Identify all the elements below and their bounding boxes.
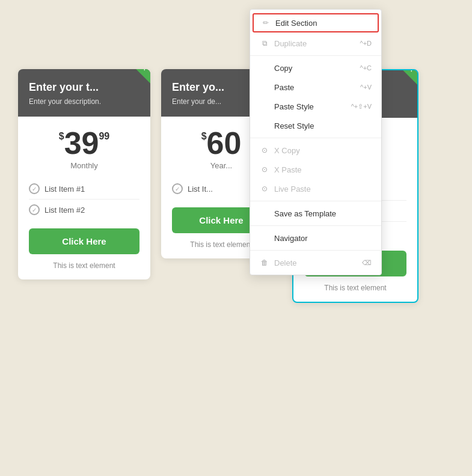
- menu-item-navigator[interactable]: Navigator: [250, 228, 381, 248]
- list-item: ✓ List Item #2: [29, 200, 139, 220]
- divider-5: [250, 250, 381, 251]
- list-item: ✓ List Item #1: [29, 178, 139, 200]
- pencil-icon: ✏: [261, 18, 271, 28]
- x-copy-icon: ⊙: [260, 145, 269, 155]
- navigator-icon: [260, 233, 269, 243]
- delete-label: Delete: [274, 258, 297, 267]
- menu-item-paste[interactable]: Paste ^+V: [250, 78, 381, 97]
- card-1-header: POPULAR Enter your t... Enter your descr…: [18, 69, 150, 117]
- menu-item-edit-section[interactable]: ✏ Edit Section: [253, 13, 379, 32]
- copy-icon: [260, 63, 269, 73]
- paste-icon: [260, 82, 269, 92]
- card-1-cta-button[interactable]: Click Here: [29, 228, 139, 254]
- live-paste-icon: ⊙: [260, 184, 269, 194]
- copy-shortcut: ^+C: [360, 64, 372, 72]
- duplicate-label: Duplicate: [274, 39, 307, 48]
- paste-label: Paste: [274, 83, 294, 92]
- card-1-cents: 99: [99, 131, 109, 142]
- menu-item-copy[interactable]: Copy ^+C: [250, 58, 381, 78]
- pricing-card-1: POPULAR Enter your t... Enter your descr…: [18, 69, 150, 279]
- x-copy-label: X Copy: [274, 146, 300, 155]
- menu-item-duplicate[interactable]: ⧉ Duplicate ^+D: [250, 34, 381, 53]
- divider-2: [250, 138, 381, 138]
- paste-style-icon: [260, 102, 269, 111]
- duplicate-icon: ⧉: [260, 38, 269, 48]
- paste-style-label: Paste Style: [274, 102, 314, 111]
- divider-4: [250, 225, 381, 226]
- card-1-dollar: $: [59, 131, 64, 142]
- live-paste-label: Live Paste: [274, 185, 311, 194]
- list-item-label: List Item #2: [44, 206, 85, 215]
- edit-section-label: Edit Section: [275, 19, 317, 28]
- duplicate-shortcut: ^+D: [360, 40, 372, 47]
- card-1-body: $ 39 99 Monthly ✓ List Item #1 ✓ List It…: [18, 117, 150, 279]
- reset-style-label: Reset Style: [274, 121, 314, 130]
- divider-1: [250, 55, 381, 56]
- paste-style-shortcut: ^+⇧+V: [351, 103, 372, 111]
- card-2-main-price: 60: [207, 127, 242, 159]
- check-icon: ✓: [29, 183, 40, 194]
- card-1-description: Enter your description.: [29, 97, 139, 106]
- card-1-price-area: $ 39 99: [29, 127, 139, 159]
- card-1-text-element: This is text element: [29, 261, 139, 270]
- delete-shortcut: ⌫: [362, 259, 372, 267]
- x-paste-icon: ⊙: [260, 165, 269, 174]
- check-icon: ✓: [172, 183, 183, 194]
- reset-style-icon: [260, 121, 269, 130]
- card-1-list: ✓ List Item #1 ✓ List Item #2: [29, 178, 139, 220]
- list-item-label: List It...: [188, 185, 213, 194]
- menu-item-delete[interactable]: 🗑 Delete ⌫: [250, 253, 381, 272]
- menu-item-x-paste[interactable]: ⊙ X Paste: [250, 160, 381, 179]
- save-template-label: Save as Template: [274, 209, 336, 218]
- menu-item-reset-style[interactable]: Reset Style: [250, 116, 381, 135]
- menu-item-x-copy[interactable]: ⊙ X Copy: [250, 141, 381, 160]
- save-template-icon: [260, 209, 269, 218]
- trash-icon: 🗑: [260, 258, 269, 267]
- divider-3: [250, 201, 381, 201]
- check-icon: ✓: [29, 204, 40, 215]
- card-3-text-element: This is text element: [304, 284, 406, 292]
- context-menu: ✏ Edit Section ⧉ Duplicate ^+D Copy ^+C …: [250, 9, 382, 275]
- menu-item-paste-style[interactable]: Paste Style ^+⇧+V: [250, 97, 381, 116]
- menu-item-live-paste[interactable]: ⊙ Live Paste: [250, 179, 381, 198]
- navigator-label: Navigator: [274, 234, 308, 243]
- card-2-dollar: $: [201, 131, 207, 142]
- x-paste-label: X Paste: [274, 165, 302, 174]
- copy-label: Copy: [274, 64, 292, 73]
- card-1-period: Monthly: [29, 161, 139, 170]
- list-item-label: List Item #1: [44, 185, 85, 194]
- menu-item-save-template[interactable]: Save as Template: [250, 204, 381, 223]
- card-1-title: Enter your t...: [29, 81, 139, 94]
- paste-shortcut: ^+V: [360, 84, 372, 91]
- card-1-main-price: 39: [64, 127, 99, 159]
